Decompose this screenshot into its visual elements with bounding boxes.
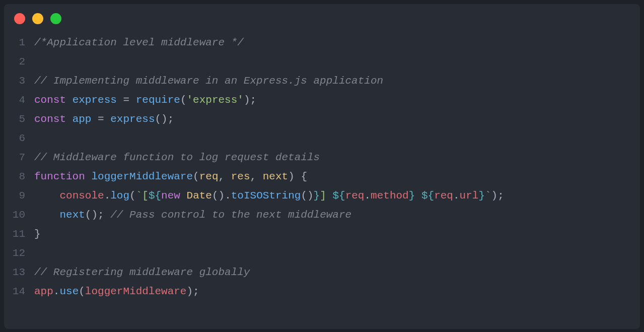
line-number-gutter: 1234567891011121314 bbox=[4, 33, 34, 301]
code-line[interactable]: const app = express(); bbox=[34, 110, 640, 129]
code-token: () bbox=[301, 190, 313, 202]
code-token: ) { bbox=[288, 171, 307, 182]
code-token bbox=[117, 94, 123, 106]
code-token: express bbox=[73, 94, 117, 106]
line-number: 1 bbox=[4, 33, 25, 52]
line-number: 13 bbox=[4, 263, 25, 282]
code-token bbox=[91, 113, 98, 125]
code-token: ${ bbox=[332, 190, 345, 202]
code-token: ] bbox=[320, 190, 332, 202]
code-line[interactable]: console.log(`[${new Date().toISOString()… bbox=[34, 186, 640, 206]
line-number: 9 bbox=[4, 186, 25, 206]
editor-window: 1234567891011121314 /*Application level … bbox=[4, 4, 640, 329]
code-token: req bbox=[199, 171, 219, 182]
line-number: 7 bbox=[4, 148, 25, 167]
code-line[interactable]: /*Application level middleware */ bbox=[34, 33, 640, 52]
code-token: app bbox=[34, 286, 53, 297]
code-token: const bbox=[34, 113, 66, 125]
code-token: `[ bbox=[136, 190, 149, 202]
titlebar bbox=[4, 4, 640, 28]
code-token: req bbox=[345, 190, 365, 202]
code-token: next bbox=[59, 209, 85, 221]
code-token: . bbox=[53, 286, 60, 297]
code-token: loggerMiddleware bbox=[91, 171, 193, 182]
code-token: (); bbox=[85, 209, 110, 221]
code-line[interactable]: // Registering middleware globally bbox=[34, 263, 640, 282]
line-number: 10 bbox=[4, 206, 25, 225]
code-token: require bbox=[136, 94, 180, 106]
code-token bbox=[34, 190, 59, 202]
code-token: url bbox=[460, 190, 479, 202]
code-token bbox=[129, 94, 136, 106]
code-token: // Implementing middleware in an Express… bbox=[34, 75, 383, 87]
code-token: } bbox=[409, 190, 415, 202]
code-token: next bbox=[263, 171, 288, 182]
code-line[interactable] bbox=[34, 129, 640, 148]
line-number: 6 bbox=[4, 129, 25, 148]
code-token: . bbox=[364, 190, 371, 202]
code-token bbox=[34, 209, 59, 221]
line-number: 11 bbox=[4, 225, 25, 244]
code-token: req bbox=[434, 190, 453, 202]
code-token: ( bbox=[79, 286, 85, 297]
code-token: . bbox=[453, 190, 460, 202]
code-line[interactable]: next(); // Pass control to the next midd… bbox=[34, 206, 640, 225]
code-token: = bbox=[123, 94, 129, 106]
code-token: // Middleware function to log request de… bbox=[34, 152, 320, 163]
code-token: // Pass control to the next middleware bbox=[110, 209, 351, 221]
code-token: ); bbox=[491, 190, 504, 202]
code-token: . bbox=[104, 190, 111, 202]
line-number: 2 bbox=[4, 52, 25, 72]
code-token: // Registering middleware globally bbox=[34, 267, 250, 278]
code-token: const bbox=[34, 94, 66, 106]
close-icon[interactable] bbox=[14, 13, 25, 24]
line-number: 8 bbox=[4, 167, 25, 186]
code-token: , bbox=[219, 171, 231, 182]
code-token: ( bbox=[180, 94, 187, 106]
maximize-icon[interactable] bbox=[50, 13, 61, 24]
code-line[interactable]: const express = require('express'); bbox=[34, 91, 640, 110]
code-line[interactable]: // Middleware function to log request de… bbox=[34, 148, 640, 167]
code-token: ` bbox=[485, 190, 491, 202]
code-token bbox=[66, 113, 73, 125]
line-number: 5 bbox=[4, 110, 25, 129]
code-token: 'express' bbox=[187, 94, 244, 106]
line-number: 14 bbox=[4, 282, 25, 301]
code-token: toISOString bbox=[231, 190, 301, 202]
code-token: res bbox=[231, 171, 250, 182]
code-line[interactable] bbox=[34, 52, 640, 72]
code-token bbox=[104, 113, 111, 125]
code-line[interactable]: // Implementing middleware in an Express… bbox=[34, 72, 640, 91]
code-token: (). bbox=[212, 190, 231, 202]
code-token: } bbox=[34, 228, 41, 240]
code-content[interactable]: /*Application level middleware */// Impl… bbox=[34, 33, 640, 301]
code-token bbox=[180, 190, 187, 202]
code-token bbox=[415, 190, 421, 202]
code-token: use bbox=[59, 286, 79, 297]
code-token: method bbox=[371, 190, 409, 202]
code-token: } bbox=[314, 190, 320, 202]
code-token: ( bbox=[193, 171, 199, 182]
code-token: = bbox=[98, 113, 104, 125]
line-number: 4 bbox=[4, 91, 25, 110]
code-line[interactable]: function loggerMiddleware(req, res, next… bbox=[34, 167, 640, 186]
code-token: function bbox=[34, 171, 85, 182]
line-number: 3 bbox=[4, 72, 25, 91]
line-number: 12 bbox=[4, 244, 25, 263]
code-line[interactable] bbox=[34, 244, 640, 263]
code-token: (); bbox=[155, 113, 174, 125]
code-token: , bbox=[250, 171, 263, 182]
code-token: log bbox=[110, 190, 129, 202]
code-token bbox=[66, 94, 73, 106]
code-token: new bbox=[161, 190, 180, 202]
code-token: ); bbox=[186, 286, 199, 297]
code-token: app bbox=[73, 113, 92, 125]
code-line[interactable]: app.use(loggerMiddleware); bbox=[34, 282, 640, 301]
code-token: express bbox=[110, 113, 155, 125]
minimize-icon[interactable] bbox=[32, 13, 43, 24]
code-token bbox=[85, 171, 92, 182]
code-line[interactable]: } bbox=[34, 225, 640, 244]
code-token: ${ bbox=[149, 190, 161, 202]
code-token: console bbox=[59, 190, 104, 202]
code-editor[interactable]: 1234567891011121314 /*Application level … bbox=[4, 28, 640, 301]
